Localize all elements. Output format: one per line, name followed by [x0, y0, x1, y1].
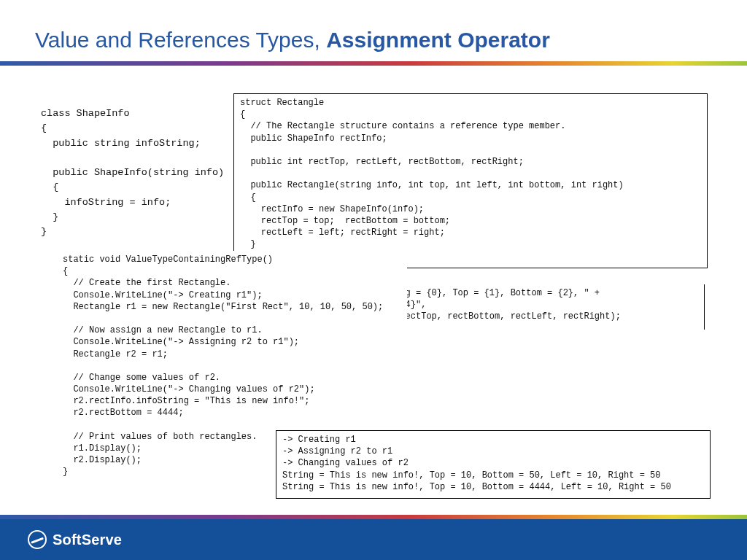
brand-logo-text: SoftServe — [53, 532, 122, 548]
footer: SoftServe — [0, 515, 747, 560]
slide-title: Value and References Types, Assignment O… — [0, 0, 747, 61]
code-block-overflow-fragment: ring = {0}, Top = {1}, Bottom = {2}, " +… — [384, 284, 705, 330]
brand-logo: SoftServe — [28, 530, 122, 549]
content-area: class ShapeInfo { public string infoStri… — [35, 93, 712, 516]
footer-bar: SoftServe — [0, 519, 747, 560]
code-block-struct-rectangle: struct Rectangle { // The Rectangle stru… — [233, 93, 708, 268]
top-gradient-divider — [0, 61, 747, 66]
title-regular: Value and References Types, — [35, 28, 326, 52]
brand-logo-icon — [28, 530, 47, 549]
code-block-console-output: -> Creating r1 -> Assigning r2 to r1 -> … — [276, 430, 711, 499]
code-block-shapeinfo: class ShapeInfo { public string infoStri… — [35, 104, 232, 235]
title-bold: Assignment Operator — [326, 28, 550, 52]
